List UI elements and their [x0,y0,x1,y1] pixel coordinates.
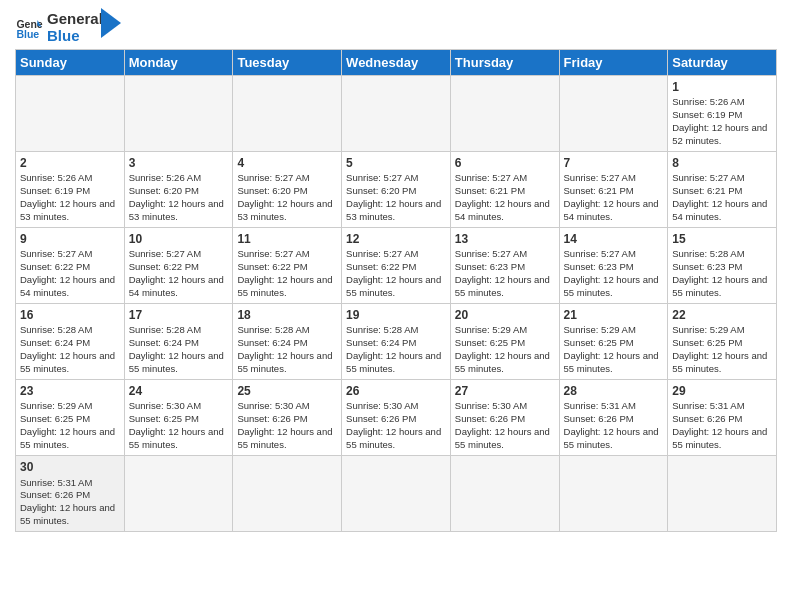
weekday-header-wednesday: Wednesday [342,49,451,75]
day-number: 23 [20,383,120,400]
logo-triangle [101,8,121,38]
day-number: 20 [455,307,555,324]
day-info: Sunrise: 5:27 AM Sunset: 6:22 PM Dayligh… [129,248,229,299]
day-number: 19 [346,307,446,324]
calendar-cell: 21Sunrise: 5:29 AM Sunset: 6:25 PM Dayli… [559,303,668,379]
calendar-cell: 25Sunrise: 5:30 AM Sunset: 6:26 PM Dayli… [233,379,342,455]
calendar-week-1: 1Sunrise: 5:26 AM Sunset: 6:19 PM Daylig… [16,75,777,151]
calendar-cell: 14Sunrise: 5:27 AM Sunset: 6:23 PM Dayli… [559,227,668,303]
day-number: 25 [237,383,337,400]
day-info: Sunrise: 5:29 AM Sunset: 6:25 PM Dayligh… [20,400,120,451]
day-number: 30 [20,459,120,476]
calendar-week-4: 16Sunrise: 5:28 AM Sunset: 6:24 PM Dayli… [16,303,777,379]
weekday-header-saturday: Saturday [668,49,777,75]
day-info: Sunrise: 5:27 AM Sunset: 6:22 PM Dayligh… [237,248,337,299]
day-info: Sunrise: 5:27 AM Sunset: 6:22 PM Dayligh… [346,248,446,299]
calendar-cell [559,455,668,531]
day-number: 7 [564,155,664,172]
calendar-cell: 13Sunrise: 5:27 AM Sunset: 6:23 PM Dayli… [450,227,559,303]
calendar-cell: 23Sunrise: 5:29 AM Sunset: 6:25 PM Dayli… [16,379,125,455]
day-info: Sunrise: 5:29 AM Sunset: 6:25 PM Dayligh… [672,324,772,375]
calendar-cell: 29Sunrise: 5:31 AM Sunset: 6:26 PM Dayli… [668,379,777,455]
calendar-cell [342,75,451,151]
day-number: 26 [346,383,446,400]
day-number: 29 [672,383,772,400]
day-number: 15 [672,231,772,248]
day-info: Sunrise: 5:30 AM Sunset: 6:25 PM Dayligh… [129,400,229,451]
calendar-cell: 27Sunrise: 5:30 AM Sunset: 6:26 PM Dayli… [450,379,559,455]
day-info: Sunrise: 5:28 AM Sunset: 6:24 PM Dayligh… [20,324,120,375]
day-number: 2 [20,155,120,172]
weekday-header-tuesday: Tuesday [233,49,342,75]
day-number: 12 [346,231,446,248]
calendar-cell: 6Sunrise: 5:27 AM Sunset: 6:21 PM Daylig… [450,151,559,227]
calendar-cell: 8Sunrise: 5:27 AM Sunset: 6:21 PM Daylig… [668,151,777,227]
calendar-cell [124,75,233,151]
calendar-body: 1Sunrise: 5:26 AM Sunset: 6:19 PM Daylig… [16,75,777,531]
day-number: 6 [455,155,555,172]
day-number: 8 [672,155,772,172]
day-info: Sunrise: 5:28 AM Sunset: 6:24 PM Dayligh… [346,324,446,375]
day-number: 16 [20,307,120,324]
day-number: 13 [455,231,555,248]
calendar-cell: 11Sunrise: 5:27 AM Sunset: 6:22 PM Dayli… [233,227,342,303]
calendar-cell: 4Sunrise: 5:27 AM Sunset: 6:20 PM Daylig… [233,151,342,227]
day-number: 9 [20,231,120,248]
day-number: 3 [129,155,229,172]
calendar-cell: 10Sunrise: 5:27 AM Sunset: 6:22 PM Dayli… [124,227,233,303]
day-info: Sunrise: 5:26 AM Sunset: 6:20 PM Dayligh… [129,172,229,223]
weekday-header-monday: Monday [124,49,233,75]
weekday-header-sunday: Sunday [16,49,125,75]
calendar-cell: 7Sunrise: 5:27 AM Sunset: 6:21 PM Daylig… [559,151,668,227]
day-info: Sunrise: 5:30 AM Sunset: 6:26 PM Dayligh… [455,400,555,451]
calendar-cell: 2Sunrise: 5:26 AM Sunset: 6:19 PM Daylig… [16,151,125,227]
day-info: Sunrise: 5:28 AM Sunset: 6:24 PM Dayligh… [237,324,337,375]
day-info: Sunrise: 5:29 AM Sunset: 6:25 PM Dayligh… [455,324,555,375]
calendar-cell: 15Sunrise: 5:28 AM Sunset: 6:23 PM Dayli… [668,227,777,303]
calendar-cell: 30Sunrise: 5:31 AM Sunset: 6:26 PM Dayli… [16,455,125,531]
calendar-cell: 3Sunrise: 5:26 AM Sunset: 6:20 PM Daylig… [124,151,233,227]
calendar-cell [342,455,451,531]
day-number: 18 [237,307,337,324]
day-number: 22 [672,307,772,324]
calendar-cell: 5Sunrise: 5:27 AM Sunset: 6:20 PM Daylig… [342,151,451,227]
day-info: Sunrise: 5:28 AM Sunset: 6:23 PM Dayligh… [672,248,772,299]
day-number: 10 [129,231,229,248]
logo-blue: Blue [47,27,103,44]
day-number: 17 [129,307,229,324]
calendar-week-2: 2Sunrise: 5:26 AM Sunset: 6:19 PM Daylig… [16,151,777,227]
calendar-cell: 19Sunrise: 5:28 AM Sunset: 6:24 PM Dayli… [342,303,451,379]
day-info: Sunrise: 5:27 AM Sunset: 6:23 PM Dayligh… [455,248,555,299]
day-number: 24 [129,383,229,400]
logo-icon: General Blue [15,13,43,41]
calendar-cell: 17Sunrise: 5:28 AM Sunset: 6:24 PM Dayli… [124,303,233,379]
calendar-cell [559,75,668,151]
day-number: 5 [346,155,446,172]
calendar-cell: 24Sunrise: 5:30 AM Sunset: 6:25 PM Dayli… [124,379,233,455]
calendar-week-6: 30Sunrise: 5:31 AM Sunset: 6:26 PM Dayli… [16,455,777,531]
calendar-cell: 9Sunrise: 5:27 AM Sunset: 6:22 PM Daylig… [16,227,125,303]
calendar-table: SundayMondayTuesdayWednesdayThursdayFrid… [15,49,777,532]
day-number: 4 [237,155,337,172]
calendar-cell [668,455,777,531]
day-info: Sunrise: 5:27 AM Sunset: 6:20 PM Dayligh… [237,172,337,223]
calendar-cell: 1Sunrise: 5:26 AM Sunset: 6:19 PM Daylig… [668,75,777,151]
day-info: Sunrise: 5:27 AM Sunset: 6:21 PM Dayligh… [564,172,664,223]
day-info: Sunrise: 5:31 AM Sunset: 6:26 PM Dayligh… [20,477,120,528]
day-number: 21 [564,307,664,324]
calendar-cell: 28Sunrise: 5:31 AM Sunset: 6:26 PM Dayli… [559,379,668,455]
calendar-cell [233,455,342,531]
svg-text:Blue: Blue [16,28,39,40]
logo: General Blue General Blue [15,10,121,45]
day-number: 14 [564,231,664,248]
page-header: General Blue General Blue [15,10,777,45]
day-info: Sunrise: 5:31 AM Sunset: 6:26 PM Dayligh… [672,400,772,451]
calendar-cell: 16Sunrise: 5:28 AM Sunset: 6:24 PM Dayli… [16,303,125,379]
calendar-week-5: 23Sunrise: 5:29 AM Sunset: 6:25 PM Dayli… [16,379,777,455]
logo-general: General [47,10,103,27]
calendar-header: SundayMondayTuesdayWednesdayThursdayFrid… [16,49,777,75]
day-number: 11 [237,231,337,248]
calendar-cell: 22Sunrise: 5:29 AM Sunset: 6:25 PM Dayli… [668,303,777,379]
day-number: 27 [455,383,555,400]
calendar-cell: 20Sunrise: 5:29 AM Sunset: 6:25 PM Dayli… [450,303,559,379]
